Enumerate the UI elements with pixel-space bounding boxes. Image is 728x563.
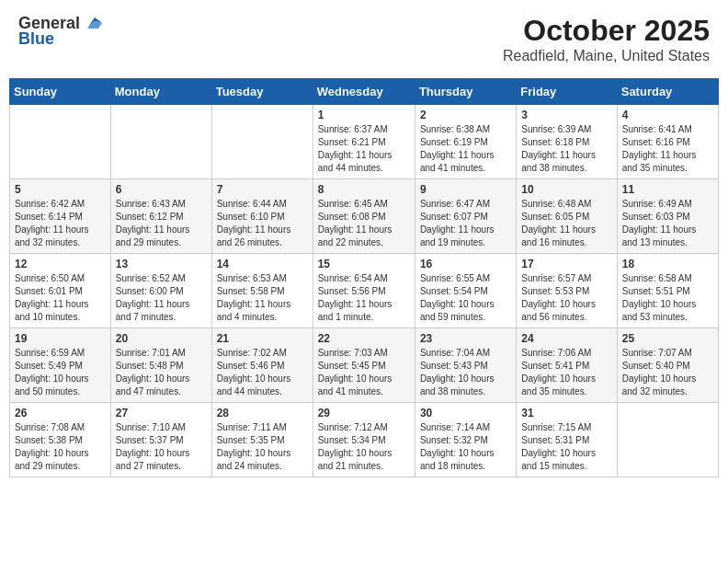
calendar-cell — [110, 105, 211, 179]
day-info: Sunrise: 7:01 AM Sunset: 5:48 PM Dayligh… — [116, 347, 207, 398]
calendar-cell: 12Sunrise: 6:50 AM Sunset: 6:01 PM Dayli… — [10, 254, 111, 328]
day-number: 31 — [521, 407, 611, 419]
day-info: Sunrise: 7:03 AM Sunset: 5:45 PM Dayligh… — [318, 347, 410, 398]
calendar-cell: 4Sunrise: 6:41 AM Sunset: 6:16 PM Daylig… — [617, 105, 718, 179]
day-number: 21 — [217, 332, 308, 345]
calendar-cell: 3Sunrise: 6:39 AM Sunset: 6:18 PM Daylig… — [517, 105, 617, 179]
day-number: 1 — [318, 109, 410, 121]
day-info: Sunrise: 6:38 AM Sunset: 6:19 PM Dayligh… — [420, 123, 511, 175]
title-block: October 2025 Readfield, Maine, United St… — [503, 14, 710, 64]
calendar-week-row: 19Sunrise: 6:59 AM Sunset: 5:49 PM Dayli… — [10, 328, 719, 403]
calendar-cell: 6Sunrise: 6:43 AM Sunset: 6:12 PM Daylig… — [110, 179, 211, 254]
day-info: Sunrise: 6:57 AM Sunset: 5:53 PM Dayligh… — [521, 272, 611, 324]
calendar-week-row: 12Sunrise: 6:50 AM Sunset: 6:01 PM Dayli… — [10, 254, 719, 328]
day-info: Sunrise: 6:41 AM Sunset: 6:16 PM Dayligh… — [622, 123, 713, 175]
day-number: 25 — [622, 332, 713, 345]
day-number: 24 — [521, 332, 611, 345]
weekday-header-thursday: Thursday — [415, 79, 516, 105]
calendar-cell: 19Sunrise: 6:59 AM Sunset: 5:49 PM Dayli… — [10, 328, 111, 403]
day-number: 10 — [521, 183, 611, 196]
day-number: 22 — [318, 332, 410, 345]
day-number: 15 — [318, 258, 410, 270]
day-info: Sunrise: 6:54 AM Sunset: 5:56 PM Dayligh… — [318, 272, 410, 324]
day-info: Sunrise: 6:49 AM Sunset: 6:03 PM Dayligh… — [622, 198, 713, 249]
calendar-table: SundayMondayTuesdayWednesdayThursdayFrid… — [9, 78, 719, 477]
day-number: 4 — [622, 109, 713, 121]
day-number: 17 — [521, 258, 611, 270]
calendar-cell: 11Sunrise: 6:49 AM Sunset: 6:03 PM Dayli… — [617, 179, 718, 254]
day-number: 2 — [420, 109, 511, 121]
weekday-header-saturday: Saturday — [617, 79, 718, 105]
calendar-week-row: 5Sunrise: 6:42 AM Sunset: 6:14 PM Daylig… — [10, 179, 719, 254]
day-info: Sunrise: 7:14 AM Sunset: 5:32 PM Dayligh… — [420, 421, 511, 473]
day-number: 3 — [521, 109, 611, 121]
day-info: Sunrise: 6:45 AM Sunset: 6:08 PM Dayligh… — [318, 198, 410, 249]
calendar-cell: 28Sunrise: 7:11 AM Sunset: 5:35 PM Dayli… — [211, 403, 313, 477]
day-number: 11 — [622, 183, 713, 196]
calendar-cell: 7Sunrise: 6:44 AM Sunset: 6:10 PM Daylig… — [211, 179, 313, 254]
day-number: 30 — [420, 407, 511, 419]
calendar-week-row: 26Sunrise: 7:08 AM Sunset: 5:38 PM Dayli… — [10, 403, 719, 477]
day-info: Sunrise: 6:44 AM Sunset: 6:10 PM Dayligh… — [217, 198, 308, 249]
day-info: Sunrise: 6:47 AM Sunset: 6:07 PM Dayligh… — [420, 198, 511, 249]
calendar-cell: 8Sunrise: 6:45 AM Sunset: 6:08 PM Daylig… — [313, 179, 415, 254]
page-header: General Blue October 2025 Readfield, Mai… — [9, 9, 719, 69]
day-number: 12 — [15, 258, 106, 270]
calendar-cell: 22Sunrise: 7:03 AM Sunset: 5:45 PM Dayli… — [313, 328, 415, 403]
day-info: Sunrise: 6:43 AM Sunset: 6:12 PM Dayligh… — [116, 198, 207, 249]
calendar-cell — [617, 403, 718, 477]
day-info: Sunrise: 6:42 AM Sunset: 6:14 PM Dayligh… — [15, 198, 106, 249]
day-info: Sunrise: 7:12 AM Sunset: 5:34 PM Dayligh… — [318, 421, 410, 473]
calendar-cell — [10, 105, 111, 179]
day-number: 8 — [318, 183, 410, 196]
weekday-header-row: SundayMondayTuesdayWednesdayThursdayFrid… — [10, 79, 719, 105]
weekday-header-tuesday: Tuesday — [211, 79, 313, 105]
logo-blue-text: Blue — [18, 29, 54, 49]
day-info: Sunrise: 6:37 AM Sunset: 6:21 PM Dayligh… — [318, 123, 410, 175]
calendar-cell: 20Sunrise: 7:01 AM Sunset: 5:48 PM Dayli… — [110, 328, 211, 403]
calendar-cell: 13Sunrise: 6:52 AM Sunset: 6:00 PM Dayli… — [110, 254, 211, 328]
calendar-cell: 24Sunrise: 7:06 AM Sunset: 5:41 PM Dayli… — [517, 328, 617, 403]
day-number: 9 — [420, 183, 511, 196]
day-info: Sunrise: 6:58 AM Sunset: 5:51 PM Dayligh… — [622, 272, 713, 324]
day-number: 29 — [318, 407, 410, 419]
calendar-cell: 26Sunrise: 7:08 AM Sunset: 5:38 PM Dayli… — [10, 403, 111, 477]
day-number: 26 — [15, 407, 106, 419]
logo: General Blue — [18, 14, 102, 49]
day-number: 14 — [217, 258, 308, 270]
calendar-week-row: 1Sunrise: 6:37 AM Sunset: 6:21 PM Daylig… — [10, 105, 719, 179]
calendar-title: October 2025 — [503, 14, 710, 48]
day-info: Sunrise: 7:10 AM Sunset: 5:37 PM Dayligh… — [116, 421, 207, 473]
calendar-cell: 2Sunrise: 6:38 AM Sunset: 6:19 PM Daylig… — [415, 105, 516, 179]
calendar-cell: 31Sunrise: 7:15 AM Sunset: 5:31 PM Dayli… — [517, 403, 617, 477]
weekday-header-monday: Monday — [110, 79, 211, 105]
weekday-header-sunday: Sunday — [10, 79, 111, 105]
day-info: Sunrise: 6:53 AM Sunset: 5:58 PM Dayligh… — [217, 272, 308, 324]
day-number: 6 — [116, 183, 207, 196]
calendar-cell: 15Sunrise: 6:54 AM Sunset: 5:56 PM Dayli… — [313, 254, 415, 328]
day-number: 13 — [116, 258, 207, 270]
calendar-cell: 9Sunrise: 6:47 AM Sunset: 6:07 PM Daylig… — [415, 179, 516, 254]
calendar-cell: 18Sunrise: 6:58 AM Sunset: 5:51 PM Dayli… — [617, 254, 718, 328]
day-info: Sunrise: 6:59 AM Sunset: 5:49 PM Dayligh… — [15, 347, 106, 398]
day-info: Sunrise: 6:50 AM Sunset: 6:01 PM Dayligh… — [15, 272, 106, 324]
calendar-cell: 27Sunrise: 7:10 AM Sunset: 5:37 PM Dayli… — [110, 403, 211, 477]
day-info: Sunrise: 6:39 AM Sunset: 6:18 PM Dayligh… — [521, 123, 611, 175]
day-number: 19 — [15, 332, 106, 345]
calendar-cell: 29Sunrise: 7:12 AM Sunset: 5:34 PM Dayli… — [313, 403, 415, 477]
calendar-cell: 23Sunrise: 7:04 AM Sunset: 5:43 PM Dayli… — [415, 328, 516, 403]
day-number: 7 — [217, 183, 308, 196]
calendar-location: Readfield, Maine, United States — [503, 48, 710, 64]
day-info: Sunrise: 7:08 AM Sunset: 5:38 PM Dayligh… — [15, 421, 106, 473]
day-info: Sunrise: 6:55 AM Sunset: 5:54 PM Dayligh… — [420, 272, 511, 324]
calendar-cell: 25Sunrise: 7:07 AM Sunset: 5:40 PM Dayli… — [617, 328, 718, 403]
day-number: 23 — [420, 332, 511, 345]
calendar-cell: 5Sunrise: 6:42 AM Sunset: 6:14 PM Daylig… — [10, 179, 111, 254]
day-info: Sunrise: 7:11 AM Sunset: 5:35 PM Dayligh… — [217, 421, 308, 473]
calendar-cell: 14Sunrise: 6:53 AM Sunset: 5:58 PM Dayli… — [211, 254, 313, 328]
weekday-header-wednesday: Wednesday — [313, 79, 415, 105]
calendar-cell: 16Sunrise: 6:55 AM Sunset: 5:54 PM Dayli… — [415, 254, 516, 328]
day-info: Sunrise: 7:06 AM Sunset: 5:41 PM Dayligh… — [521, 347, 611, 398]
day-number: 28 — [217, 407, 308, 419]
day-number: 20 — [116, 332, 207, 345]
